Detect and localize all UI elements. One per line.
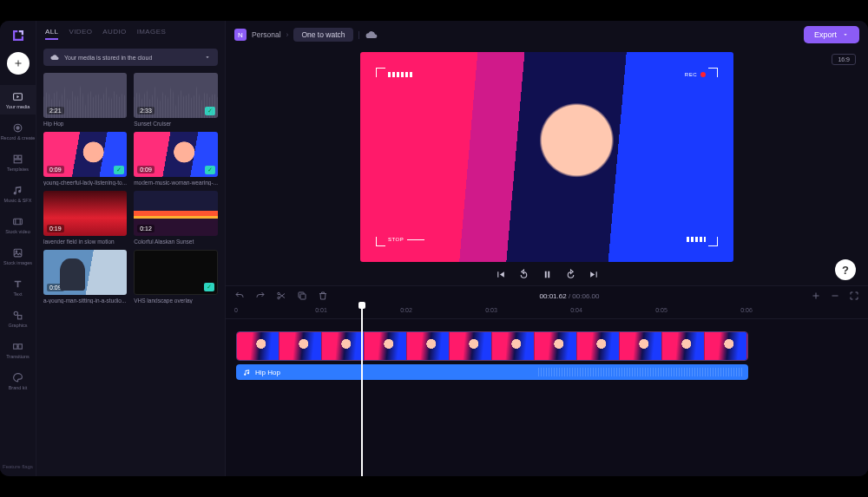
timeline: 00:01.62 / 00:06.00 00:010:020:030:040:0… — [226, 285, 868, 476]
timeline-toolbar: 00:01.62 / 00:06.00 — [226, 286, 868, 305]
svg-rect-12 — [18, 344, 22, 349]
skip-start-button[interactable] — [495, 269, 506, 280]
tab-images[interactable]: IMAGES — [137, 28, 167, 40]
chevron-down-icon — [842, 31, 849, 38]
zoom-in-button[interactable] — [811, 291, 821, 301]
zoom-fit-button[interactable] — [849, 291, 859, 301]
svg-rect-3 — [14, 155, 17, 159]
rail-templates[interactable]: Templates — [0, 147, 36, 177]
left-rail: Your media Record & create Templates Mus… — [0, 21, 36, 476]
help-button[interactable]: ? — [835, 259, 856, 280]
playback-controls — [495, 269, 600, 280]
svg-rect-6 — [14, 219, 23, 225]
add-button[interactable] — [7, 52, 30, 75]
rail-feature-flags[interactable]: Feature flags — [3, 464, 33, 476]
media-thumbnail[interactable]: ✓ — [134, 250, 218, 295]
video-track[interactable] — [234, 331, 859, 361]
svg-rect-4 — [18, 155, 22, 159]
rail-graphics[interactable]: Graphics — [0, 304, 36, 333]
media-thumbnail[interactable]: 0:09 — [43, 250, 127, 295]
preview-area: REC STOP — [226, 49, 868, 285]
zoom-out-button[interactable] — [830, 291, 840, 301]
tab-audio[interactable]: AUDIO — [102, 28, 126, 40]
media-thumbnail[interactable]: 2:33✓ — [134, 73, 218, 118]
rail-brand-kit[interactable]: Brand kit — [0, 366, 36, 396]
playhead[interactable] — [361, 305, 363, 476]
preview-canvas[interactable]: REC STOP — [360, 52, 733, 262]
export-button[interactable]: Export — [804, 26, 859, 43]
media-label: VHS landscape overlay — [134, 298, 218, 304]
used-badge-icon: ✓ — [204, 283, 214, 291]
overlay-bottom-left: STOP — [376, 232, 437, 246]
audio-track[interactable]: Hip Hop — [234, 364, 859, 380]
overlay-top-left — [376, 68, 437, 82]
rail-music-sfx[interactable]: Music & SFX — [0, 179, 36, 208]
svg-rect-14 — [548, 271, 549, 278]
workspace-name[interactable]: Personal — [252, 30, 281, 39]
cloud-sync-icon[interactable] — [365, 29, 378, 41]
brand-kit-icon — [12, 371, 24, 383]
rec-dot-icon — [700, 72, 706, 77]
media-item: 2:21Hip Hop — [43, 73, 127, 127]
delete-button[interactable] — [318, 291, 328, 301]
tab-video[interactable]: VIDEO — [69, 28, 92, 40]
media-icon — [12, 90, 24, 102]
undo-button[interactable] — [234, 291, 245, 301]
timeline-ruler[interactable]: 00:010:020:030:040:050:06 — [226, 305, 868, 319]
playhead-time: 00:01.62 / 00:06.00 — [540, 292, 600, 300]
main-area: N Personal › One to watch | Export 16:9 … — [226, 21, 868, 476]
rail-text[interactable]: Text — [0, 272, 36, 302]
media-label: Sunset Cruiser — [134, 121, 218, 127]
rail-stock-video[interactable]: Stock video — [0, 210, 36, 239]
templates-icon — [12, 153, 24, 165]
overlay-top-right: REC — [657, 68, 718, 82]
text-icon — [12, 278, 24, 290]
workspace-badge[interactable]: N — [234, 29, 247, 41]
timeline-tracks: Hip Hop — [226, 319, 868, 389]
media-thumbnail[interactable]: 0:09✓ — [134, 132, 218, 177]
media-thumbnail[interactable]: 2:21 — [43, 73, 127, 118]
divider: | — [358, 30, 360, 39]
record-icon — [12, 121, 24, 134]
ruler-tick: 0:04 — [570, 307, 582, 313]
rail-record-create[interactable]: Record & create — [0, 116, 36, 146]
project-title[interactable]: One to watch — [293, 28, 352, 42]
split-button[interactable] — [276, 291, 286, 301]
media-item: 0:09a-young-man-sitting-in-a-studio... — [43, 250, 127, 304]
media-thumbnail[interactable]: 0:09✓ — [43, 132, 127, 177]
music-icon — [12, 184, 24, 196]
forward-button[interactable] — [565, 269, 576, 280]
media-duration: 0:09 — [137, 166, 155, 173]
media-item: 0:12Colorful Alaskan Sunset — [134, 191, 218, 245]
rail-transitions[interactable]: Transitions — [0, 335, 36, 364]
media-label: modern-music-woman-wearing-... — [134, 180, 218, 186]
transitions-icon — [12, 340, 24, 352]
used-badge-icon: ✓ — [114, 166, 124, 174]
media-duration: 2:33 — [137, 107, 155, 114]
media-item: 0:09✓young-cheerful-lady-listening-to... — [43, 132, 127, 186]
media-label: young-cheerful-lady-listening-to... — [43, 180, 127, 186]
media-duration: 0:09 — [47, 166, 64, 173]
media-label: lavender field in slow motion — [43, 239, 127, 245]
audio-clip[interactable]: Hip Hop — [236, 364, 748, 380]
overlay-bottom-right — [657, 232, 718, 246]
rewind-button[interactable] — [518, 269, 529, 280]
media-thumbnail[interactable]: 0:19 — [43, 191, 127, 236]
svg-rect-5 — [14, 160, 22, 163]
copy-button[interactable] — [297, 291, 307, 301]
video-clip[interactable] — [236, 331, 748, 361]
redo-button[interactable] — [255, 291, 266, 301]
ruler-tick: 0:03 — [485, 307, 497, 313]
rail-stock-images[interactable]: Stock images — [0, 241, 36, 271]
play-pause-button[interactable] — [542, 269, 553, 280]
cloud-text: Your media is stored in the cloud — [64, 55, 152, 61]
media-thumbnail[interactable]: 0:12 — [134, 191, 218, 236]
tab-all[interactable]: ALL — [45, 28, 58, 40]
ruler-tick: 0:06 — [740, 307, 753, 313]
rail-your-media[interactable]: Your media — [0, 85, 36, 114]
media-item: ✓VHS landscape overlay — [134, 250, 218, 304]
skip-end-button[interactable] — [589, 269, 600, 280]
cloud-storage-bar[interactable]: Your media is stored in the cloud — [43, 49, 218, 66]
breadcrumb: N Personal › One to watch | — [234, 28, 378, 42]
cloud-icon — [50, 53, 59, 62]
